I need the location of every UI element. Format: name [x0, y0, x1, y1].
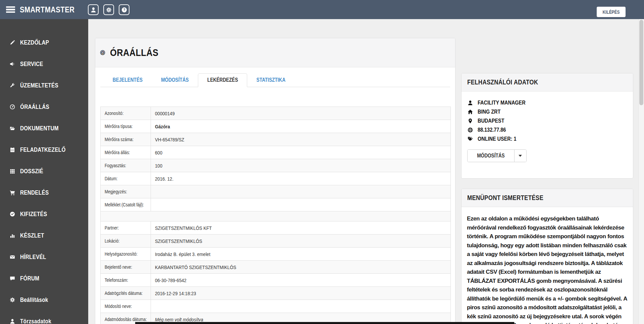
- tab-bar: BEJELENTÉSMÓDOSÍTÁSLEKÉRDEZÉSSTATISZTIKA: [100, 73, 450, 87]
- field-value: VH-654789/SZ: [151, 133, 451, 146]
- app-title: SMARTMASTER: [20, 5, 84, 14]
- sidebar-item-feladatkezelo[interactable]: FELADATKEZELŐ: [0, 139, 88, 160]
- sidebar-item-service[interactable]: SERVICE: [0, 53, 88, 75]
- map-marker-icon: [467, 118, 473, 124]
- tab-statisztika[interactable]: STATISZTIKA: [247, 73, 295, 87]
- field-value: 00000149: [151, 107, 451, 120]
- sidebar-item-label: SERVICE: [20, 61, 43, 68]
- help-button[interactable]: ?: [119, 4, 129, 15]
- globe-icon: [467, 127, 473, 133]
- table-row: [101, 211, 451, 221]
- field-label: Partner:: [101, 221, 151, 235]
- sidebar-item-beallitasok[interactable]: Beállítások: [0, 289, 88, 311]
- user-icon: [9, 319, 16, 324]
- sidebar-item-label: ÓRAÁLLÁS: [20, 104, 49, 111]
- sidebar-item-keszlet[interactable]: KÉSZLET: [0, 225, 88, 246]
- field-value: [151, 185, 451, 198]
- field-label: Lokáció:: [101, 235, 151, 248]
- topbar-actions: ?: [88, 4, 129, 15]
- envelope-icon: [9, 254, 16, 260]
- table-row: Lokáció:SZIGETSZENTMIKLÓS: [101, 235, 451, 248]
- vertical-scrollbar-thumb[interactable]: [639, 20, 643, 105]
- check-circle-icon: [9, 211, 16, 217]
- field-value: 06-30-789-6542: [151, 274, 451, 287]
- menu-icon[interactable]: [6, 6, 15, 13]
- field-value: Irodaház B. épület 3. emelet: [151, 248, 451, 261]
- vertical-scrollbar[interactable]: [638, 19, 644, 324]
- user-button[interactable]: [88, 4, 99, 15]
- field-label: Mérőóra állás:: [101, 146, 151, 159]
- field-label: Módosító neve:: [101, 300, 151, 313]
- field-label: Telefonszám:: [101, 274, 151, 287]
- field-label: Adatrögzítés dátuma:: [101, 287, 151, 300]
- sidebar-item-dosszie[interactable]: DOSSZIÉ: [0, 160, 88, 182]
- sidebar-item-label: HÍRLEVÉL: [20, 254, 46, 261]
- field-value: SZIGETSZENTMIKLÓS KFT: [151, 221, 451, 235]
- sidebar-item-label: KÉSZLET: [20, 232, 44, 239]
- sidebar-item-label: DOKUMENTUM: [20, 125, 59, 132]
- sidebar-item-label: DOSSZIÉ: [20, 168, 43, 175]
- sidebar-item-label: FÓRUM: [20, 275, 39, 282]
- sidebar-item-label: RENDELÉS: [20, 189, 49, 196]
- table-row: Azonosító:00000149: [101, 107, 451, 120]
- user-info-facility-manager: FACILITY MANAGER: [467, 98, 627, 107]
- sidebar-item-kezdolap[interactable]: KEZDŐLAP: [0, 32, 88, 53]
- logout-button[interactable]: KILÉPÉS: [597, 7, 626, 17]
- gauge-icon: [100, 50, 105, 55]
- sidebar: KEZDŐLAPSERVICEÜZEMELTETÉSÓRAÁLLÁSDOKUME…: [0, 19, 88, 324]
- wrench-icon: [9, 83, 16, 88]
- horizontal-scrollbar-thumb[interactable]: [135, 322, 514, 324]
- info-panel-title: MENÜPONT ISMERTETÉSE: [462, 189, 633, 207]
- sidebar-item-label: ÜZEMELTETÉS: [20, 82, 58, 89]
- gauge-icon: [9, 104, 16, 110]
- cart-icon: [9, 190, 16, 195]
- table-row: Mérőóra típusa:Gázóra: [101, 120, 451, 133]
- record-table: Azonosító:00000149Mérőóra típusa:GázóraM…: [100, 107, 451, 324]
- table-row: Melléklet (Csatolt fájl):: [101, 198, 451, 211]
- modify-dropdown-toggle[interactable]: [515, 150, 526, 162]
- user-icon: [91, 7, 96, 13]
- field-value: KARBANTARTÓ SZIGETSZENTMIKLÓS: [151, 261, 451, 274]
- sidebar-item-uzemeltetes[interactable]: ÜZEMELTETÉS: [0, 75, 88, 96]
- topbar: SMARTMASTER ? KILÉPÉS: [0, 0, 644, 19]
- modify-split-button: MÓDOSÍTÁS: [467, 149, 527, 162]
- modify-button[interactable]: MÓDOSÍTÁS: [468, 150, 515, 162]
- table-row: Módosító neve:: [101, 300, 451, 313]
- user-info-budapest: BUDAPEST: [467, 116, 627, 125]
- field-label: Azonosító:: [101, 107, 151, 120]
- svg-text:?: ?: [123, 8, 125, 12]
- tab-modositas[interactable]: MÓDOSÍTÁS: [152, 73, 198, 87]
- table-row: Fogyasztás:100: [101, 159, 451, 172]
- table-row: Helységazonosító:Irodaház B. épület 3. e…: [101, 248, 451, 261]
- gear-icon: [106, 7, 112, 13]
- sidebar-item-rendeles[interactable]: RENDELÉS: [0, 182, 88, 203]
- gear-button[interactable]: [103, 4, 114, 15]
- sidebar-item-label: Beállítások: [20, 297, 48, 304]
- field-value: 2016-12-29 14:18:23: [151, 287, 451, 300]
- table-row: Megjegyzés:: [101, 185, 451, 198]
- sidebar-item-torzsadatok[interactable]: Törzsadatok: [0, 311, 88, 324]
- table-row: Partner:SZIGETSZENTMIKLÓS KFT: [101, 221, 451, 235]
- sidebar-item-forum[interactable]: FÓRUM: [0, 268, 88, 289]
- field-label: Megjegyzés:: [101, 185, 151, 198]
- field-value: 2016. 12.: [151, 172, 451, 185]
- user-icon: [467, 100, 473, 106]
- sidebar-item-oraallas[interactable]: ÓRAÁLLÁS: [0, 96, 88, 118]
- tab-bejelentes[interactable]: BEJELENTÉS: [103, 73, 152, 87]
- sidebar-item-label: FELADATKEZELŐ: [20, 146, 66, 153]
- field-label: Dátum:: [101, 172, 151, 185]
- user-panel-title: FELHASZNÁLÓI ADATOK: [462, 73, 633, 91]
- field-value: SZIGETSZENTMIKLÓS: [151, 235, 451, 248]
- sidebar-item-kifizetes[interactable]: KIFIZETÉS: [0, 203, 88, 225]
- table-row: Bejelentő neve:KARBANTARTÓ SZIGETSZENTMI…: [101, 261, 451, 274]
- tab-lekerdezes[interactable]: LEKÉRDEZÉS: [198, 73, 248, 87]
- field-value: 600: [151, 146, 451, 159]
- sidebar-item-hirlevel[interactable]: HÍRLEVÉL: [0, 246, 88, 268]
- home-icon: [467, 109, 473, 115]
- field-value: 100: [151, 159, 451, 172]
- sidebar-item-dokumentum[interactable]: DOKUMENTUM: [0, 118, 88, 139]
- user-info-bing-zrt: BING ZRT: [467, 107, 627, 116]
- table-row: Dátum:2016. 12.: [101, 172, 451, 185]
- tab-label: STATISZTIKA: [257, 77, 285, 83]
- user-info-88-132-77-86: 88.132.77.86: [467, 125, 627, 134]
